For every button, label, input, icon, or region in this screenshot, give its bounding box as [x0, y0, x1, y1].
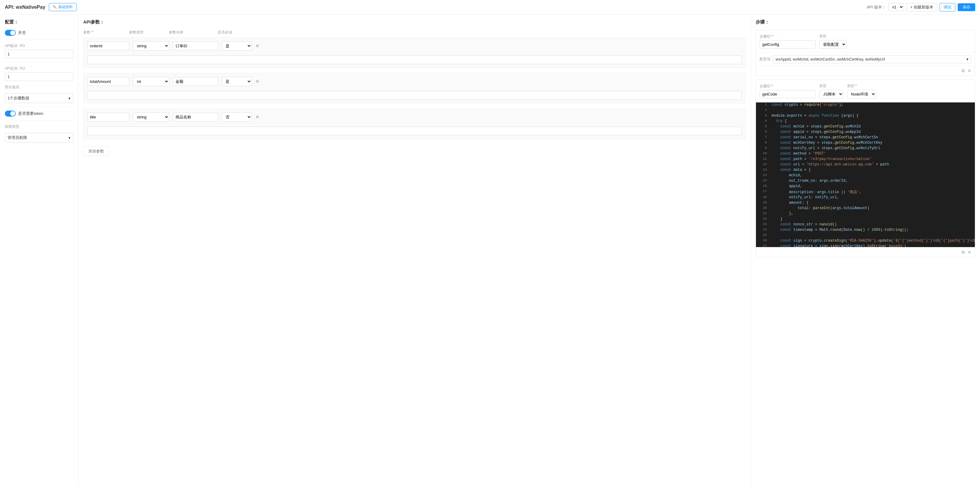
step-id-label-1: 步骤ID *	[760, 34, 816, 39]
code-content-10: const method = 'POST'	[772, 152, 826, 156]
code-content-20: total: parseInt(args.totalAmount)	[772, 206, 869, 210]
col-label-type: 参数类型	[129, 30, 165, 35]
line-num-19: 19	[760, 201, 767, 204]
param-required-title[interactable]: 是 否	[222, 113, 252, 122]
partial-return-select[interactable]: 1个步骤数据 ▾	[5, 94, 73, 103]
code-line-5: 5 const mchid = steps.getConfig.wxMchId	[756, 124, 975, 130]
step-type-group-1: 类型 获取配置	[819, 34, 846, 49]
step-id-group-1: 步骤ID *	[760, 34, 816, 49]
code-content-21: },	[772, 211, 793, 216]
token-switch-row: 是否需要token	[5, 111, 73, 117]
code-content-17: description: args.title || '商品',	[772, 189, 862, 195]
step-close-icon-2[interactable]: ✕	[968, 250, 971, 255]
api-version-input[interactable]	[5, 50, 73, 59]
token-toggle-switch[interactable]	[5, 111, 16, 117]
step-header-1: 步骤ID * 类型 获取配置	[756, 30, 975, 53]
param-input-orderId[interactable]	[87, 41, 129, 50]
code-content-23: const nonce_str = nanoid()	[772, 222, 837, 227]
param-name-title[interactable]	[173, 113, 218, 121]
param-extra-orderId[interactable]	[87, 56, 742, 64]
code-content-16: appid,	[772, 184, 802, 188]
param-type-totalAmount[interactable]: string int boolean	[133, 77, 169, 86]
basic-info-button[interactable]: 基础资料	[49, 3, 76, 11]
param-extra-title[interactable]	[87, 127, 742, 135]
divider-4	[5, 120, 73, 121]
step-id-input-2[interactable]	[760, 90, 816, 98]
step-type-label-1: 类型	[819, 34, 846, 39]
step-config-domain-label: 配置域	[760, 57, 770, 62]
toggle-switch[interactable]	[5, 30, 16, 36]
param-type-title[interactable]: string int boolean	[133, 113, 169, 122]
line-num-25: 25	[760, 233, 767, 237]
divider-1	[5, 40, 73, 40]
param-required-orderId[interactable]: 是 否	[222, 41, 252, 51]
code-line-4: 4 try {	[756, 119, 975, 124]
col-label-name: 参数名称	[169, 30, 214, 35]
code-content-9: const notify_url = steps.getConfig.wxNot…	[772, 146, 880, 150]
code-content-13: const data = {	[772, 168, 811, 172]
step-type-select-1[interactable]: 获取配置	[819, 40, 846, 49]
permission-arrow-icon: ▾	[68, 136, 70, 140]
code-content-1: const crypto = require('crypto');	[772, 103, 843, 107]
remove-param-3-button[interactable]: ✕	[255, 114, 259, 120]
line-num-4: 4	[760, 119, 767, 122]
api-version-config-label: API版本: RU	[5, 43, 73, 49]
step-id-group-2: 步骤ID *	[760, 84, 816, 98]
code-content-19: amount: {	[772, 201, 808, 205]
line-num-22: 22	[760, 217, 767, 221]
params-section-title: API参数：	[83, 19, 746, 25]
code-content-15: out_trade_no: args.orderId,	[772, 179, 848, 183]
code-content-8: const mchCertKey = steps.getConfig.wxMch…	[772, 141, 882, 145]
code-line-13: 13 const data = {	[756, 168, 975, 173]
code-line-12: 12 const url = 'https://api.mch.weixin.q…	[756, 162, 975, 168]
code-line-6: 6 const appid = steps.getConfig.wxAppId	[756, 130, 975, 135]
version-select[interactable]: v1	[888, 3, 904, 11]
config-domain-input-1[interactable]: wxAppId, wxMchId, wxMchCertSn, wxMchCert…	[773, 55, 971, 63]
code-content-6: const appid = steps.getConfig.wxAppId	[772, 130, 861, 134]
step-card-2: 步骤ID * 类型 JS脚本 类型 * Node环境	[756, 79, 975, 257]
step-id-input-1[interactable]	[760, 40, 816, 49]
param-row-2: string int boolean 是 否 ✕	[87, 77, 742, 86]
code-content-7: const serial_no = steps.getConfig.wxMchC…	[772, 135, 878, 140]
param-name-orderId[interactable]	[173, 41, 218, 50]
create-version-button[interactable]: + 创建新版本	[907, 3, 937, 11]
param-name-totalAmount[interactable]	[173, 77, 218, 86]
param-type-orderId[interactable]: string int boolean	[133, 41, 169, 51]
param-input-totalAmount[interactable]	[87, 77, 129, 86]
api-price-input[interactable]	[5, 72, 73, 81]
step-type-label-2: 类型	[819, 83, 843, 89]
code-line-3: 3 module.exports = async function (args)…	[756, 113, 975, 119]
header-right: API 版本： v1 + 创建新版本 调试 保存	[867, 3, 975, 11]
remove-param-2-button[interactable]: ✕	[255, 79, 259, 84]
code-content-22: }	[772, 217, 783, 221]
step-close-icon-1[interactable]: ✕	[968, 68, 971, 73]
add-param-button[interactable]: 添加参数	[83, 146, 109, 156]
remove-param-1-button[interactable]: ✕	[255, 43, 259, 49]
line-num-26: 26	[760, 239, 767, 242]
step-type2-select-2[interactable]: Node环境	[847, 90, 876, 98]
step-settings-icon-1[interactable]: ⚙	[961, 68, 965, 73]
step-type-select-2[interactable]: JS脚本	[819, 90, 843, 98]
line-num-18: 18	[760, 195, 767, 199]
param-header: 参数 * 参数类型 参数名称 是否必须	[83, 30, 746, 35]
header-left: API: wxNativePay 基础资料	[5, 3, 76, 11]
api-version-label: API 版本：	[867, 5, 886, 10]
permission-type-select[interactable]: 管理员权限 ▾	[5, 133, 73, 143]
step-header-2: 步骤ID * 类型 JS脚本 类型 * Node环境	[756, 80, 975, 102]
code-content-3: module.exports = async function (args) {	[772, 114, 859, 118]
try-button[interactable]: 调试	[940, 3, 955, 11]
save-button[interactable]: 保存	[958, 3, 975, 11]
param-input-title[interactable]	[87, 113, 129, 121]
line-num-24: 24	[760, 228, 767, 231]
step-footer-2: ⚙ ✕	[756, 247, 975, 257]
line-num-17: 17	[760, 189, 767, 193]
config-domain-arrow-icon: ▾	[966, 57, 969, 62]
step-settings-icon-2[interactable]: ⚙	[961, 250, 965, 255]
code-content-4: try {	[772, 119, 787, 123]
param-extra-totalAmount[interactable]	[87, 91, 742, 100]
code-line-18: 18 notify_url: notify_url,	[756, 195, 975, 200]
param-required-totalAmount[interactable]: 是 否	[222, 77, 252, 86]
steps-title: 步骤：	[756, 19, 975, 25]
permission-type-value: 管理员权限	[8, 135, 27, 140]
code-line-11: 11 const path = '/v3/pay/transactions/na…	[756, 157, 975, 162]
